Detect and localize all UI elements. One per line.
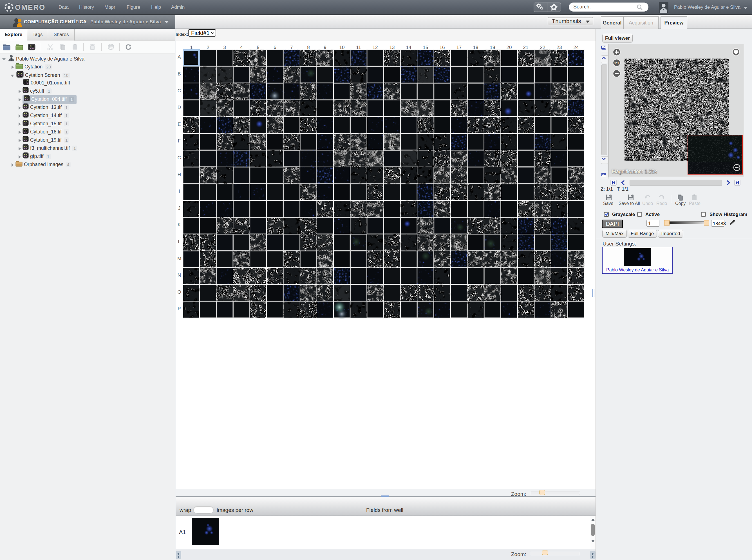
- svg-text:1:1: 1:1: [614, 61, 619, 65]
